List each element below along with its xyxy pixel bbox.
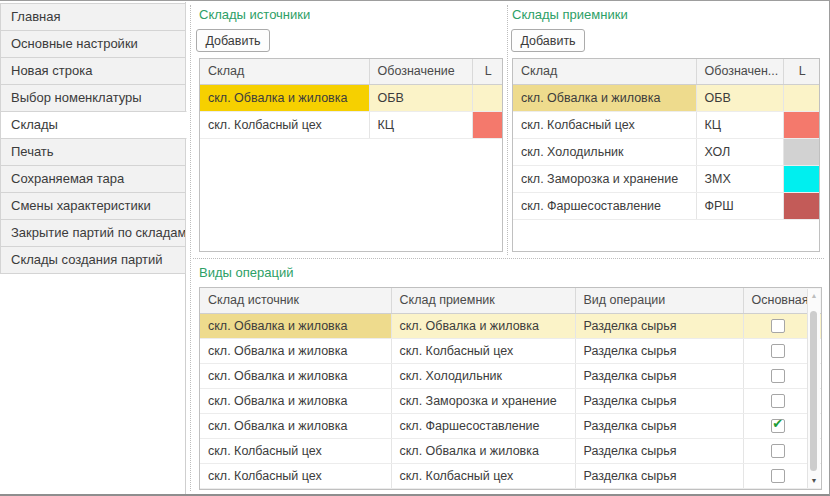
- source-warehouse-cell[interactable]: скл. Колбасный цех: [200, 463, 391, 488]
- vertical-scrollbar[interactable]: ▲ ▼: [807, 289, 820, 488]
- sidebar-item-main-settings[interactable]: Основные настройки: [0, 30, 186, 58]
- scrollbar-up-icon[interactable]: ▲: [808, 291, 820, 301]
- code-cell[interactable]: ЗМХ: [696, 165, 783, 192]
- color-swatch-cell[interactable]: [472, 84, 503, 111]
- code-cell[interactable]: ФРШ: [696, 192, 783, 219]
- scrollbar-thumb[interactable]: [810, 311, 817, 471]
- main-checkbox[interactable]: [771, 394, 785, 408]
- source-warehouse-cell[interactable]: скл. Обвалка и жиловка: [200, 363, 391, 388]
- sidebar-item-batch-closing-by-warehouses[interactable]: Закрытие партий по складам: [0, 219, 186, 247]
- table-row[interactable]: скл. Заморозка и хранениеЗМХ: [513, 165, 820, 192]
- warehouse-cell[interactable]: скл. Обвалка и жиловка: [513, 84, 696, 111]
- sidebar-item-saved-containers[interactable]: Сохраняемая тара: [0, 165, 186, 193]
- code-cell[interactable]: ОБВ: [369, 84, 472, 111]
- source-warehouse-cell[interactable]: скл. Обвалка и жиловка: [200, 313, 391, 338]
- main-checkbox[interactable]: [771, 419, 785, 433]
- table-row[interactable]: скл. Обвалка и жиловкаОБВ: [513, 84, 820, 111]
- sidebar-item-new-row[interactable]: Новая строка: [0, 57, 186, 85]
- table-row[interactable]: скл. Колбасный цехКЦ: [513, 111, 820, 138]
- column-header: Обозначение: [369, 59, 472, 84]
- warehouse-cell[interactable]: скл. Колбасный цех: [200, 111, 369, 138]
- main-checkbox[interactable]: [771, 369, 785, 383]
- receiver-warehouse-cell[interactable]: скл. Обвалка и жиловка: [391, 313, 575, 338]
- source-warehouse-cell[interactable]: скл. Обвалка и жиловка: [200, 338, 391, 363]
- sidebar-item-print[interactable]: Печать: [0, 138, 186, 166]
- operation-type-cell[interactable]: Разделка сырья: [575, 413, 743, 438]
- source-warehouse-cell[interactable]: скл. Обвалка и жиловка: [200, 413, 391, 438]
- table-row[interactable]: скл. Обвалка и жиловкаскл. Колбасный цех…: [200, 338, 822, 363]
- receivers-add-button[interactable]: Добавить: [511, 29, 585, 52]
- sidebar-item-home[interactable]: Главная: [0, 3, 186, 31]
- receivers-table: СкладОбозначен...Lскл. Обвалка и жиловка…: [512, 58, 820, 252]
- column-header: Склад приемник: [391, 288, 575, 313]
- code-cell[interactable]: ХОЛ: [696, 138, 783, 165]
- warehouse-cell[interactable]: скл. Обвалка и жиловка: [200, 84, 369, 111]
- table-row[interactable]: скл. Обвалка и жиловкаОБВ: [200, 84, 503, 111]
- operations-table: Склад источникСклад приемникВид операции…: [199, 287, 822, 490]
- table-row[interactable]: скл. Колбасный цехскл. Обвалка и жиловка…: [200, 438, 822, 463]
- table-row[interactable]: скл. Обвалка и жиловкаскл. Фаршесоставле…: [200, 413, 822, 438]
- table-row[interactable]: скл. Колбасный цехКЦ: [200, 111, 503, 138]
- sidebar-item-batch-creation-warehouses[interactable]: Склады создания партий: [0, 246, 186, 274]
- code-cell[interactable]: КЦ: [369, 111, 472, 138]
- main-checkbox[interactable]: [771, 319, 785, 333]
- operation-type-cell[interactable]: Разделка сырья: [575, 363, 743, 388]
- column-header: Склад источник: [200, 288, 391, 313]
- column-header: Обозначен...: [696, 59, 783, 84]
- table-row[interactable]: скл. ХолодильникХОЛ: [513, 138, 820, 165]
- receiver-warehouse-cell[interactable]: скл. Фаршесоставление: [391, 413, 575, 438]
- code-cell[interactable]: ОБВ: [696, 84, 783, 111]
- column-header: Вид операции: [575, 288, 743, 313]
- receiver-warehouse-cell[interactable]: скл. Колбасный цех: [391, 463, 575, 488]
- operation-type-cell[interactable]: Разделка сырья: [575, 338, 743, 363]
- sidebar-splitter[interactable]: [190, 5, 191, 491]
- column-header: L: [472, 59, 503, 84]
- operations-panel-title: Виды операций: [199, 265, 293, 280]
- receiver-warehouse-cell[interactable]: скл. Колбасный цех: [391, 338, 575, 363]
- main-checkbox[interactable]: [771, 444, 785, 458]
- receiver-warehouse-cell[interactable]: скл. Холодильник: [391, 363, 575, 388]
- receiver-warehouse-cell[interactable]: скл. Заморозка и хранение: [391, 388, 575, 413]
- sources-table: СкладОбозначениеLскл. Обвалка и жиловкаО…: [199, 58, 503, 252]
- receiver-warehouse-cell[interactable]: скл. Обвалка и жиловка: [391, 438, 575, 463]
- column-header: Склад: [513, 59, 696, 84]
- scrollbar-down-icon[interactable]: ▼: [808, 476, 820, 486]
- color-swatch-cell[interactable]: [783, 111, 820, 138]
- operation-type-cell[interactable]: Разделка сырья: [575, 313, 743, 338]
- color-swatch-cell[interactable]: [783, 138, 820, 165]
- color-swatch-cell[interactable]: [783, 192, 820, 219]
- receivers-panel-title: Склады приемники: [512, 7, 628, 22]
- sources-add-button[interactable]: Добавить: [196, 29, 270, 52]
- warehouse-cell[interactable]: скл. Заморозка и хранение: [513, 165, 696, 192]
- sidebar: ГлавнаяОсновные настройкиНовая строкаВыб…: [0, 2, 186, 274]
- operation-type-cell[interactable]: Разделка сырья: [575, 463, 743, 488]
- operation-type-cell[interactable]: Разделка сырья: [575, 388, 743, 413]
- sidebar-item-nomenclature-selection[interactable]: Выбор номенклатуры: [0, 84, 186, 112]
- sidebar-item-warehouses[interactable]: Склады: [0, 111, 187, 139]
- table-row[interactable]: скл. ФаршесоставлениеФРШ: [513, 192, 820, 219]
- warehouse-cell[interactable]: скл. Колбасный цех: [513, 111, 696, 138]
- color-swatch-cell[interactable]: [783, 165, 820, 192]
- sources-panel-title: Склады источники: [199, 7, 310, 22]
- code-cell[interactable]: КЦ: [696, 111, 783, 138]
- table-row[interactable]: скл. Обвалка и жиловкаскл. Обвалка и жил…: [200, 313, 822, 338]
- sidebar-item-characteristic-changes[interactable]: Смены характеристики: [0, 192, 186, 220]
- horizontal-splitter[interactable]: [193, 258, 824, 259]
- table-row[interactable]: скл. Обвалка и жиловкаскл. ХолодильникРа…: [200, 363, 822, 388]
- source-warehouse-cell[interactable]: скл. Обвалка и жиловка: [200, 388, 391, 413]
- warehouse-cell[interactable]: скл. Холодильник: [513, 138, 696, 165]
- color-swatch-cell[interactable]: [783, 84, 820, 111]
- main-checkbox[interactable]: [771, 344, 785, 358]
- table-row[interactable]: скл. Обвалка и жиловкаскл. Заморозка и х…: [200, 388, 822, 413]
- color-swatch-cell[interactable]: [472, 111, 503, 138]
- operation-type-cell[interactable]: Разделка сырья: [575, 438, 743, 463]
- warehouse-cell[interactable]: скл. Фаршесоставление: [513, 192, 696, 219]
- table-row[interactable]: скл. Колбасный цехскл. Колбасный цехРазд…: [200, 463, 822, 488]
- source-warehouse-cell[interactable]: скл. Колбасный цех: [200, 438, 391, 463]
- main-checkbox[interactable]: [771, 469, 785, 483]
- panels-splitter[interactable]: [507, 5, 508, 255]
- column-header: Склад: [200, 59, 369, 84]
- column-header: L: [783, 59, 820, 84]
- warehouse-settings-window: ГлавнаяОсновные настройкиНовая строкаВыб…: [0, 0, 830, 496]
